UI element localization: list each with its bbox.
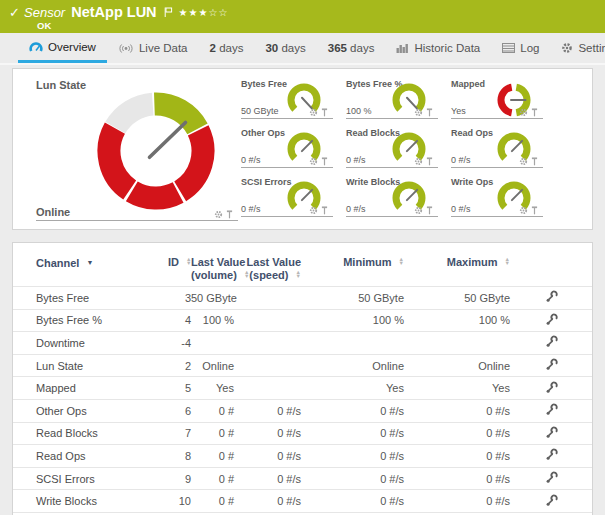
channel-cell: 3 (168, 287, 191, 310)
gauge-cell-read-blocks: Read Blocks0 #/s (346, 128, 438, 168)
channels-table: Channel ▼ID ▲▼Last Value(volume) ▲▼Last … (13, 243, 592, 513)
gauge-label: Mapped (451, 79, 485, 89)
tab-365-days[interactable]: 365 days (317, 33, 386, 63)
wrench-icon[interactable] (545, 290, 558, 303)
channel-cell: Online (191, 354, 234, 377)
tab-overview[interactable]: Overview (18, 33, 107, 63)
gauge-cell-mapped: MappedYes (451, 79, 543, 119)
priority-stars[interactable]: ★★★☆☆ (179, 7, 229, 18)
lun-state-gauge[interactable] (97, 92, 215, 210)
channel-name: Bytes Free (13, 287, 168, 310)
wrench-icon[interactable] (545, 403, 558, 416)
gauge-label: SCSI Errors (241, 177, 292, 187)
priority-flag-icon[interactable] (164, 7, 173, 18)
wrench-icon[interactable] (545, 471, 558, 484)
pin-icon[interactable] (531, 206, 538, 215)
column-header-maximum[interactable]: Maximum ▲▼ (404, 243, 510, 287)
channel-name: Mapped (13, 377, 168, 400)
channel-cell: 0 #/s (404, 422, 510, 445)
channel-settings-cell[interactable] (510, 354, 592, 377)
gear-icon[interactable] (414, 206, 423, 215)
table-row-bytes-free: Bytes Free350 GByte50 GByte50 GByte (13, 287, 592, 310)
column-header-channel[interactable]: Channel ▼ (13, 243, 168, 287)
channel-name: Read Blocks (13, 422, 168, 445)
channel-cell: 0 # (191, 490, 234, 513)
main-gauge-value: Online (36, 206, 70, 218)
broadcast-icon (118, 43, 134, 54)
tab-live-data[interactable]: Live Data (107, 33, 199, 63)
wrench-icon[interactable] (545, 381, 558, 394)
column-header-id[interactable]: ID ▲▼ (168, 243, 191, 287)
channel-cell: 0 #/s (234, 467, 301, 490)
channel-cell: -4 (168, 332, 191, 355)
channel-cell (234, 287, 301, 310)
main-gauge-label: Lun State (36, 79, 86, 91)
channel-cell: Online (404, 354, 510, 377)
column-header-minimum[interactable]: Minimum ▲▼ (301, 243, 404, 287)
channel-name: Downtime (13, 332, 168, 355)
table-row-other-ops: Other Ops60 #0 #/s0 #/s0 #/s (13, 399, 592, 422)
channel-cell: 0 #/s (404, 467, 510, 490)
gauge-icon (29, 41, 43, 53)
gear-icon[interactable] (309, 157, 318, 166)
channel-cell: 0 # (191, 467, 234, 490)
table-body: Bytes Free350 GByte50 GByte50 GByteBytes… (13, 287, 592, 513)
gear-icon[interactable] (519, 108, 528, 117)
pin-icon[interactable] (321, 157, 328, 166)
table-row-read-blocks: Read Blocks70 #0 #/s0 #/s0 #/s (13, 422, 592, 445)
wrench-icon[interactable] (545, 426, 558, 439)
tab-settings[interactable]: Settings (550, 33, 605, 63)
gear-icon[interactable] (519, 206, 528, 215)
gear-icon[interactable] (309, 206, 318, 215)
gauge-label: Other Ops (241, 128, 285, 138)
channel-settings-cell[interactable] (510, 332, 592, 355)
pin-icon[interactable] (426, 108, 433, 117)
channel-cell: 0 #/s (404, 399, 510, 422)
pin-icon[interactable] (226, 210, 233, 219)
channel-cell: 100 % (404, 309, 510, 332)
channel-cell (191, 332, 234, 355)
channel-cell (404, 332, 510, 355)
wrench-icon[interactable] (545, 335, 558, 348)
gauge-value: 0 #/s (241, 204, 261, 214)
channel-settings-cell[interactable] (510, 377, 592, 400)
pin-icon[interactable] (531, 157, 538, 166)
gear-icon[interactable] (214, 210, 223, 219)
gear-icon[interactable] (309, 108, 318, 117)
tab-log[interactable]: Log (491, 33, 550, 63)
wrench-icon[interactable] (545, 358, 558, 371)
tab-2-days[interactable]: 2 days (199, 33, 255, 63)
pin-icon[interactable] (426, 206, 433, 215)
table-row-read-ops: Read Ops80 #0 #/s0 #/s0 #/s (13, 445, 592, 468)
gauge-value: 0 #/s (451, 155, 471, 165)
channel-settings-cell[interactable] (510, 399, 592, 422)
column-header-last-value-volume[interactable]: Last Value(volume) ▲▼ (191, 243, 234, 287)
gear-icon[interactable] (414, 157, 423, 166)
channel-settings-cell[interactable] (510, 287, 592, 310)
wrench-icon[interactable] (545, 494, 558, 507)
channel-cell: 4 (168, 309, 191, 332)
channel-settings-cell[interactable] (510, 467, 592, 490)
pin-icon[interactable] (531, 108, 538, 117)
wrench-icon[interactable] (545, 448, 558, 461)
gauge-icons (414, 108, 433, 117)
tab-historic-data[interactable]: Historic Data (385, 33, 491, 63)
channel-cell (234, 332, 301, 355)
channel-settings-cell[interactable] (510, 490, 592, 513)
gear-icon[interactable] (519, 157, 528, 166)
gauge-label: Bytes Free (241, 79, 287, 89)
channel-cell: 0 #/s (404, 490, 510, 513)
channel-settings-cell[interactable] (510, 422, 592, 445)
gauge-value: Yes (451, 106, 466, 116)
gauge-icons (519, 206, 538, 215)
pin-icon[interactable] (426, 157, 433, 166)
channel-cell (301, 332, 404, 355)
pin-icon[interactable] (321, 108, 328, 117)
tab-30-days[interactable]: 30 days (254, 33, 316, 63)
channel-settings-cell[interactable] (510, 309, 592, 332)
channel-settings-cell[interactable] (510, 445, 592, 468)
pin-icon[interactable] (321, 206, 328, 215)
wrench-icon[interactable] (545, 313, 558, 326)
gear-icon[interactable] (414, 108, 423, 117)
channels-panel: Channel ▼ID ▲▼Last Value(volume) ▲▼Last … (12, 242, 593, 515)
